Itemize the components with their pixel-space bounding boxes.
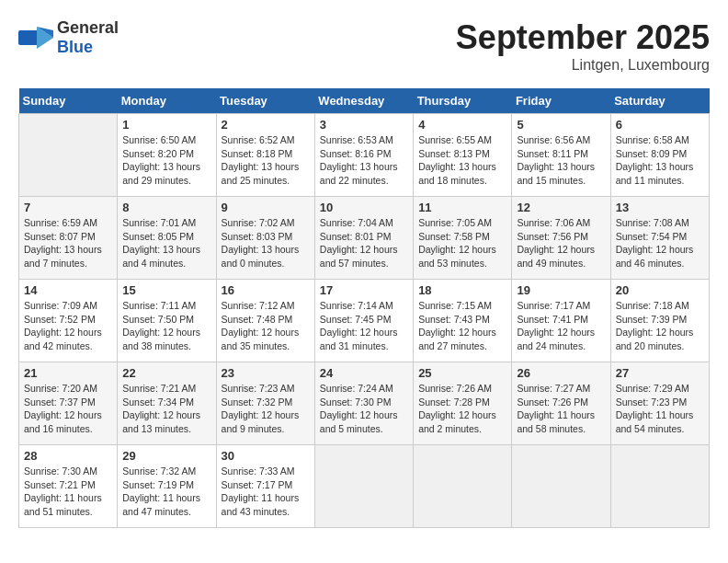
calendar-cell: 10Sunrise: 7:04 AMSunset: 8:01 PMDayligh…	[314, 197, 413, 280]
cell-sun-info: Sunrise: 7:06 AMSunset: 7:56 PMDaylight:…	[517, 216, 605, 270]
weekday-header: Sunday	[19, 88, 118, 114]
calendar-week-row: 1Sunrise: 6:50 AMSunset: 8:20 PMDaylight…	[19, 114, 710, 197]
calendar-cell: 22Sunrise: 7:21 AMSunset: 7:34 PMDayligh…	[118, 362, 216, 445]
calendar-cell: 12Sunrise: 7:06 AMSunset: 7:56 PMDayligh…	[512, 197, 610, 280]
day-number: 3	[320, 118, 408, 132]
day-number: 30	[222, 449, 310, 463]
calendar-cell: 25Sunrise: 7:26 AMSunset: 7:28 PMDayligh…	[414, 362, 512, 445]
cell-sun-info: Sunrise: 7:23 AMSunset: 7:32 PMDaylight:…	[222, 382, 310, 436]
calendar-cell: 1Sunrise: 6:50 AMSunset: 8:20 PMDaylight…	[118, 114, 216, 197]
day-number: 16	[222, 283, 310, 297]
cell-sun-info: Sunrise: 6:52 AMSunset: 8:18 PMDaylight:…	[222, 133, 310, 188]
cell-sun-info: Sunrise: 7:33 AMSunset: 7:17 PMDaylight:…	[222, 465, 310, 519]
day-number: 28	[24, 449, 112, 463]
calendar-cell: 7Sunrise: 6:59 AMSunset: 8:07 PMDaylight…	[19, 197, 118, 280]
calendar-table: SundayMondayTuesdayWednesdayThursdayFrid…	[18, 88, 710, 528]
day-number: 20	[616, 283, 704, 297]
day-number: 6	[616, 118, 704, 132]
cell-sun-info: Sunrise: 7:29 AMSunset: 7:23 PMDaylight:…	[616, 382, 704, 436]
cell-sun-info: Sunrise: 6:56 AMSunset: 8:11 PMDaylight:…	[517, 133, 605, 188]
cell-sun-info: Sunrise: 7:02 AMSunset: 8:03 PMDaylight:…	[222, 216, 310, 270]
day-number: 8	[122, 201, 210, 214]
logo: General Blue	[18, 18, 119, 57]
cell-sun-info: Sunrise: 7:26 AMSunset: 7:28 PMDaylight:…	[418, 382, 506, 436]
day-number: 9	[222, 201, 310, 214]
day-number: 2	[222, 118, 310, 132]
weekday-header: Saturday	[610, 88, 709, 114]
day-number: 23	[222, 366, 310, 380]
calendar-cell: 18Sunrise: 7:15 AMSunset: 7:43 PMDayligh…	[414, 280, 512, 362]
calendar-week-row: 14Sunrise: 7:09 AMSunset: 7:52 PMDayligh…	[19, 280, 710, 362]
cell-sun-info: Sunrise: 6:53 AMSunset: 8:16 PMDaylight:…	[320, 133, 408, 188]
weekday-header: Tuesday	[216, 88, 314, 114]
month-title: September 2025	[456, 18, 710, 57]
calendar-cell: 27Sunrise: 7:29 AMSunset: 7:23 PMDayligh…	[610, 362, 709, 445]
day-number: 4	[418, 118, 506, 132]
weekday-header: Friday	[512, 88, 610, 114]
calendar-week-row: 28Sunrise: 7:30 AMSunset: 7:21 PMDayligh…	[19, 445, 710, 528]
calendar-cell	[314, 445, 413, 528]
cell-sun-info: Sunrise: 6:59 AMSunset: 8:07 PMDaylight:…	[24, 216, 112, 270]
day-number: 29	[122, 449, 210, 463]
day-number: 17	[320, 283, 408, 297]
weekday-header: Wednesday	[314, 88, 413, 114]
cell-sun-info: Sunrise: 6:55 AMSunset: 8:13 PMDaylight:…	[418, 133, 506, 188]
calendar-cell	[610, 445, 709, 528]
cell-sun-info: Sunrise: 7:18 AMSunset: 7:39 PMDaylight:…	[616, 299, 704, 353]
cell-sun-info: Sunrise: 7:12 AMSunset: 7:48 PMDaylight:…	[222, 299, 310, 353]
calendar-cell: 17Sunrise: 7:14 AMSunset: 7:45 PMDayligh…	[314, 280, 413, 362]
calendar-cell: 6Sunrise: 6:58 AMSunset: 8:09 PMDaylight…	[610, 114, 709, 197]
cell-sun-info: Sunrise: 7:24 AMSunset: 7:30 PMDaylight:…	[320, 382, 408, 436]
day-number: 26	[517, 366, 605, 380]
calendar-cell: 24Sunrise: 7:24 AMSunset: 7:30 PMDayligh…	[314, 362, 413, 445]
calendar-cell: 29Sunrise: 7:32 AMSunset: 7:19 PMDayligh…	[118, 445, 216, 528]
calendar-cell: 13Sunrise: 7:08 AMSunset: 7:54 PMDayligh…	[610, 197, 709, 280]
calendar-cell: 28Sunrise: 7:30 AMSunset: 7:21 PMDayligh…	[19, 445, 118, 528]
day-number: 24	[320, 366, 408, 380]
calendar-week-row: 7Sunrise: 6:59 AMSunset: 8:07 PMDaylight…	[19, 197, 710, 280]
calendar-week-row: 21Sunrise: 7:20 AMSunset: 7:37 PMDayligh…	[19, 362, 710, 445]
cell-sun-info: Sunrise: 7:32 AMSunset: 7:19 PMDaylight:…	[122, 465, 210, 519]
calendar-cell	[414, 445, 512, 528]
page-header: General Blue September 2025 Lintgen, Lux…	[18, 18, 710, 74]
cell-sun-info: Sunrise: 6:50 AMSunset: 8:20 PMDaylight:…	[122, 133, 210, 188]
cell-sun-info: Sunrise: 7:27 AMSunset: 7:26 PMDaylight:…	[517, 382, 605, 436]
cell-sun-info: Sunrise: 7:01 AMSunset: 8:05 PMDaylight:…	[122, 216, 210, 270]
calendar-cell	[19, 114, 118, 197]
calendar-cell: 15Sunrise: 7:11 AMSunset: 7:50 PMDayligh…	[118, 280, 216, 362]
day-number: 5	[517, 118, 605, 132]
calendar-cell: 19Sunrise: 7:17 AMSunset: 7:41 PMDayligh…	[512, 280, 610, 362]
calendar-cell: 30Sunrise: 7:33 AMSunset: 7:17 PMDayligh…	[216, 445, 314, 528]
day-number: 25	[418, 366, 506, 380]
calendar-cell: 8Sunrise: 7:01 AMSunset: 8:05 PMDaylight…	[118, 197, 216, 280]
day-number: 13	[616, 201, 704, 214]
day-number: 7	[24, 201, 112, 214]
calendar-cell: 23Sunrise: 7:23 AMSunset: 7:32 PMDayligh…	[216, 362, 314, 445]
calendar-cell	[512, 445, 610, 528]
day-number: 19	[517, 283, 605, 297]
day-number: 27	[616, 366, 704, 380]
calendar-cell: 20Sunrise: 7:18 AMSunset: 7:39 PMDayligh…	[610, 280, 709, 362]
cell-sun-info: Sunrise: 7:08 AMSunset: 7:54 PMDaylight:…	[616, 216, 704, 270]
day-number: 11	[418, 201, 506, 214]
calendar-cell: 9Sunrise: 7:02 AMSunset: 8:03 PMDaylight…	[216, 197, 314, 280]
day-number: 1	[122, 118, 210, 132]
calendar-header-row: SundayMondayTuesdayWednesdayThursdayFrid…	[19, 88, 710, 114]
day-number: 15	[122, 283, 210, 297]
location: Lintgen, Luxembourg	[456, 57, 710, 74]
calendar-cell: 21Sunrise: 7:20 AMSunset: 7:37 PMDayligh…	[19, 362, 118, 445]
calendar-cell: 11Sunrise: 7:05 AMSunset: 7:58 PMDayligh…	[414, 197, 512, 280]
svg-rect-0	[18, 30, 39, 45]
cell-sun-info: Sunrise: 6:58 AMSunset: 8:09 PMDaylight:…	[616, 133, 704, 188]
cell-sun-info: Sunrise: 7:15 AMSunset: 7:43 PMDaylight:…	[418, 299, 506, 353]
cell-sun-info: Sunrise: 7:30 AMSunset: 7:21 PMDaylight:…	[24, 465, 112, 519]
cell-sun-info: Sunrise: 7:11 AMSunset: 7:50 PMDaylight:…	[122, 299, 210, 353]
day-number: 18	[418, 283, 506, 297]
weekday-header: Monday	[118, 88, 216, 114]
logo-icon	[18, 23, 53, 52]
day-number: 14	[24, 283, 112, 297]
calendar-cell: 3Sunrise: 6:53 AMSunset: 8:16 PMDaylight…	[314, 114, 413, 197]
cell-sun-info: Sunrise: 7:05 AMSunset: 7:58 PMDaylight:…	[418, 216, 506, 270]
cell-sun-info: Sunrise: 7:04 AMSunset: 8:01 PMDaylight:…	[320, 216, 408, 270]
cell-sun-info: Sunrise: 7:09 AMSunset: 7:52 PMDaylight:…	[24, 299, 112, 353]
